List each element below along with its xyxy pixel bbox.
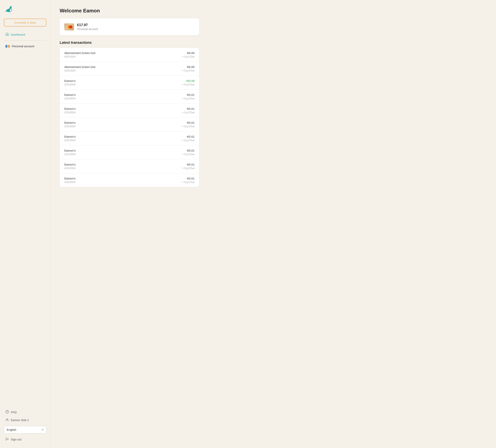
faq-icon: ? [5, 410, 9, 414]
transaction-left: Abonnement Green-Got 3/22/2024 [64, 65, 95, 72]
transaction-name: Eamon's [64, 135, 76, 138]
user-name: Eamon Sisk 2 [11, 418, 29, 422]
transaction-name: Eamon's [64, 79, 76, 82]
transaction-co2: ≈ 0 g CO₂e [182, 97, 195, 100]
transaction-right: -€6.00 ≈ 0 g CO₂e [182, 51, 195, 58]
transaction-item[interactable]: Abonnement Green-Got 4/22/2024 -€6.00 ≈ … [60, 48, 199, 62]
main-content: Welcome Eamon €17.97 Personal account La… [50, 0, 496, 448]
transaction-name: Eamon's [64, 121, 76, 124]
transactions-title: Latest transactions [60, 41, 487, 45]
transaction-item[interactable]: Eamon's 2/22/2024 -€0.01 ≈ 0 g CO₂e [60, 159, 199, 173]
transaction-name: Eamon's [64, 163, 76, 166]
transaction-co2: ≈ 0 g CO₂e [182, 83, 195, 86]
transaction-left: Eamon's 2/22/2024 [64, 121, 76, 128]
transaction-name: Abonnement Green-Got [64, 51, 95, 55]
svg-point-0 [10, 7, 11, 8]
transaction-name: Eamon's [64, 93, 76, 96]
transaction-amount: -€0.01 [182, 107, 195, 110]
sign-out-label: Sign out [11, 438, 21, 441]
transaction-item[interactable]: Abonnement Green-Got 3/22/2024 -€6.00 ≈ … [60, 62, 199, 76]
faq-item[interactable]: ? FAQ [4, 408, 46, 416]
transaction-amount: +€0.08 [182, 79, 195, 82]
transaction-amount: -€0.01 [182, 121, 195, 124]
transaction-item[interactable]: Eamon's 2/22/2024 +€0.08 ≈ 0 g CO₂e [60, 76, 199, 90]
svg-text:?: ? [7, 411, 8, 413]
transaction-left: Eamon's 2/22/2024 [64, 177, 76, 183]
transaction-date: 2/22/2024 [64, 139, 76, 142]
transaction-left: Eamon's 2/22/2024 [64, 149, 76, 156]
transaction-co2: ≈ 0 g CO₂e [182, 55, 195, 58]
transaction-amount: -€0.01 [182, 177, 195, 180]
transaction-left: Eamon's 2/22/2024 [64, 79, 76, 86]
transaction-date: 2/22/2024 [64, 153, 76, 156]
transaction-co2: ≈ 0 g CO₂e [182, 153, 195, 156]
transaction-right: -€0.01 ≈ 0 g CO₂e [182, 149, 195, 156]
transaction-right: -€0.01 ≈ 0 g CO₂e [182, 107, 195, 114]
transaction-left: Eamon's 2/22/2024 [64, 93, 76, 100]
transaction-co2: ≈ 0 g CO₂e [182, 181, 195, 183]
transaction-amount: -€6.00 [182, 51, 195, 55]
account-info: €17.97 Personal account [77, 23, 98, 30]
transaction-name: Eamon's [64, 177, 76, 180]
sign-out-icon [5, 437, 9, 441]
transaction-name: Abonnement Green-Got [64, 65, 95, 69]
personal-account-label: Personal account [12, 45, 34, 48]
transactions-container: Abonnement Green-Got 4/22/2024 -€6.00 ≈ … [60, 48, 199, 187]
home-icon [5, 32, 9, 37]
transaction-date: 2/22/2024 [64, 111, 76, 114]
sidebar-bottom: ? FAQ Eamon Sisk 2 English French German… [4, 408, 46, 443]
transaction-right: -€0.01 ≈ 0 g CO₂e [182, 121, 195, 128]
sidebar: Currently in Beta Dashboard Personal acc… [0, 0, 50, 448]
logo-area [4, 5, 46, 14]
transaction-right: -€0.01 ≈ 0 g CO₂e [182, 177, 195, 183]
transaction-date: 2/22/2024 [64, 97, 76, 100]
transaction-date: 2/22/2024 [64, 167, 76, 170]
transaction-item[interactable]: Eamon's 2/22/2024 -€0.01 ≈ 0 g CO₂e [60, 132, 199, 145]
transaction-co2: ≈ 0 g CO₂e [182, 111, 195, 114]
transaction-left: Eamon's 2/22/2024 [64, 163, 76, 170]
transaction-right: -€0.01 ≈ 0 g CO₂e [182, 163, 195, 170]
transaction-left: Eamon's 2/22/2024 [64, 107, 76, 114]
transaction-name: Eamon's [64, 107, 76, 110]
transaction-co2: ≈ 0 g CO₂e [182, 139, 195, 142]
personal-account-item[interactable]: Personal account [4, 43, 46, 50]
account-icon [5, 45, 10, 48]
transaction-left: Eamon's 2/22/2024 [64, 135, 76, 142]
transaction-date: 2/22/2024 [64, 83, 76, 86]
transaction-name: Eamon's [64, 149, 76, 152]
language-select[interactable]: English French German Spanish [4, 426, 46, 433]
transaction-right: +€0.08 ≈ 0 g CO₂e [182, 79, 195, 86]
transaction-co2: ≈ 0 g CO₂e [182, 125, 195, 128]
transaction-right: -€6.00 ≈ 0 g CO₂e [182, 65, 195, 72]
transaction-date: 2/22/2024 [64, 125, 76, 128]
transaction-item[interactable]: Eamon's 2/22/2024 -€0.01 ≈ 0 g CO₂e [60, 104, 199, 118]
transaction-amount: -€0.01 [182, 93, 195, 96]
transaction-item[interactable]: Eamon's 2/22/2024 -€0.01 ≈ 0 g CO₂e [60, 118, 199, 132]
faq-label: FAQ [11, 410, 17, 414]
transaction-item[interactable]: Eamon's 2/22/2024 -€0.01 ≈ 0 g CO₂e [60, 173, 199, 187]
sign-out-item[interactable]: Sign out [4, 435, 46, 443]
transaction-date: 4/22/2024 [64, 55, 95, 58]
transaction-left: Abonnement Green-Got 4/22/2024 [64, 51, 95, 58]
account-amount: €17.97 [77, 23, 98, 27]
account-card[interactable]: €17.97 Personal account [60, 18, 199, 35]
user-icon [5, 418, 9, 422]
transaction-amount: -€0.01 [182, 149, 195, 152]
beta-button[interactable]: Currently in Beta [4, 19, 46, 27]
dashboard-label: Dashboard [11, 33, 25, 36]
account-card-label: Personal account [77, 28, 98, 30]
transaction-item[interactable]: Eamon's 2/22/2024 -€0.01 ≈ 0 g CO₂e [60, 145, 199, 159]
transaction-amount: -€6.00 [182, 65, 195, 69]
sidebar-item-dashboard[interactable]: Dashboard [4, 30, 46, 39]
transaction-item[interactable]: Eamon's 2/22/2024 -€0.01 ≈ 0 g CO₂e [60, 90, 199, 104]
transaction-right: -€0.01 ≈ 0 g CO₂e [182, 135, 195, 142]
user-item: Eamon Sisk 2 [4, 416, 46, 424]
app-logo-icon [4, 5, 13, 14]
transaction-co2: ≈ 0 g CO₂e [182, 167, 195, 170]
transaction-amount: -€0.01 [182, 163, 195, 166]
page-title: Welcome Eamon [60, 8, 487, 14]
transaction-date: 2/22/2024 [64, 181, 76, 183]
transaction-date: 3/22/2024 [64, 69, 95, 72]
transaction-amount: -€0.01 [182, 135, 195, 138]
card-image [64, 23, 74, 30]
